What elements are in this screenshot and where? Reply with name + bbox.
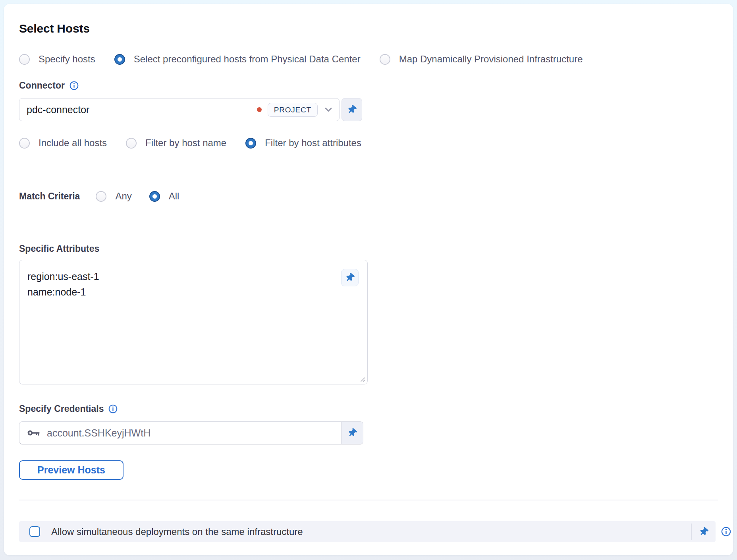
radio-match-all[interactable]: All	[149, 190, 179, 202]
simultaneous-deployments-checkbox[interactable]	[29, 526, 40, 537]
connector-input-group: pdc-connector PROJECT	[19, 98, 718, 121]
preview-hosts-button[interactable]: Preview Hosts	[19, 460, 123, 480]
specific-attributes-pin-button[interactable]	[341, 269, 359, 286]
footer-info-button[interactable]	[721, 526, 731, 537]
specific-attributes-value[interactable]: region:us-east-1 name:node-1	[19, 260, 367, 308]
connector-input[interactable]: pdc-connector PROJECT	[19, 98, 340, 121]
radio-label[interactable]: Include all hosts	[39, 137, 107, 149]
connector-label-row: Connector	[19, 80, 718, 91]
info-icon	[721, 526, 731, 537]
credentials-value: account.SSHKeyjHWtH	[47, 427, 150, 439]
footer-row: Allow simultaneous deployments on the sa…	[19, 521, 731, 542]
connector-label: Connector	[19, 80, 65, 91]
radio-preconfigured-hosts[interactable]: Select preconfigured hosts from Physical…	[114, 53, 361, 65]
radio-label[interactable]: Filter by host attributes	[265, 137, 361, 149]
simultaneous-deployments-bar: Allow simultaneous deployments on the sa…	[19, 521, 716, 542]
match-criteria-label: Match Criteria	[19, 191, 80, 202]
radio-circle-icon[interactable]	[114, 54, 125, 65]
info-icon[interactable]	[108, 404, 118, 414]
chevron-down-icon[interactable]	[324, 105, 333, 114]
radio-circle-icon[interactable]	[19, 54, 30, 65]
specific-attributes-label-row: Specific Attributes	[19, 243, 718, 254]
select-hosts-panel: Select Hosts Specify hosts Select precon…	[4, 4, 733, 555]
pin-icon	[343, 271, 356, 284]
radio-include-all-hosts[interactable]: Include all hosts	[19, 137, 107, 149]
pin-icon	[697, 525, 710, 538]
scope-badge: PROJECT	[268, 103, 318, 117]
host-selection-radio-group: Specify hosts Select preconfigured hosts…	[19, 53, 718, 65]
info-icon[interactable]	[69, 81, 79, 91]
footer-pin-button[interactable]	[692, 527, 716, 536]
radio-filter-by-host-attributes[interactable]: Filter by host attributes	[245, 137, 361, 149]
connector-value: pdc-connector	[27, 104, 89, 116]
credentials-label-row: Specify Credentials	[19, 404, 718, 414]
radio-specify-hosts[interactable]: Specify hosts	[19, 53, 95, 65]
credentials-input-group: account.SSHKeyjHWtH	[19, 421, 363, 444]
specific-attributes-label: Specific Attributes	[19, 243, 99, 254]
radio-circle-icon[interactable]	[19, 138, 30, 149]
radio-label[interactable]: Map Dynamically Provisioned Infrastructu…	[399, 53, 583, 65]
radio-match-any[interactable]: Any	[96, 190, 131, 202]
pin-icon	[345, 103, 358, 116]
radio-circle-icon[interactable]	[96, 191, 106, 202]
specific-attributes-textarea[interactable]: region:us-east-1 name:node-1	[19, 260, 368, 384]
divider	[19, 500, 718, 500]
radio-label[interactable]: Select preconfigured hosts from Physical…	[134, 53, 361, 65]
required-indicator	[257, 107, 262, 112]
resize-handle-icon[interactable]	[359, 376, 365, 382]
radio-circle-icon[interactable]	[149, 191, 160, 202]
radio-dynamic-infrastructure[interactable]: Map Dynamically Provisioned Infrastructu…	[380, 53, 583, 65]
radio-label[interactable]: All	[169, 190, 179, 202]
radio-label[interactable]: Filter by host name	[145, 137, 226, 149]
host-filter-radio-group: Include all hosts Filter by host name Fi…	[19, 137, 718, 149]
simultaneous-deployments-label[interactable]: Allow simultaneous deployments on the sa…	[51, 526, 303, 537]
radio-circle-icon[interactable]	[126, 138, 137, 149]
radio-label[interactable]: Any	[115, 190, 131, 202]
page-title: Select Hosts	[19, 21, 718, 36]
key-icon	[27, 429, 40, 437]
radio-filter-by-host-name[interactable]: Filter by host name	[126, 137, 226, 149]
radio-circle-icon[interactable]	[245, 138, 256, 149]
credentials-label: Specify Credentials	[19, 404, 104, 414]
credentials-pin-button[interactable]	[341, 422, 363, 444]
connector-pin-button[interactable]	[341, 98, 362, 121]
pin-icon	[346, 427, 358, 439]
match-criteria-row: Match Criteria Any All	[19, 190, 718, 202]
radio-label[interactable]: Specify hosts	[39, 53, 95, 65]
radio-circle-icon[interactable]	[380, 54, 390, 65]
credentials-input[interactable]: account.SSHKeyjHWtH	[19, 422, 341, 444]
